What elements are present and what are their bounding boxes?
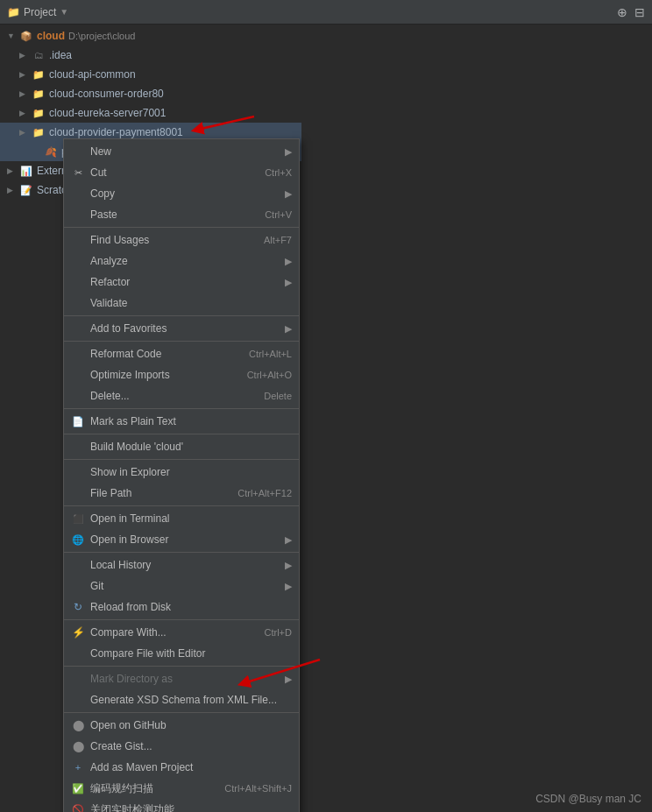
api-common-folder-icon: 📁	[32, 67, 46, 81]
menu-item-cut[interactable]: ✂ Cut Ctrl+X	[64, 162, 299, 183]
menu-item-compare[interactable]: ⚡ Compare With... Ctrl+D	[64, 622, 299, 643]
sep4	[64, 408, 299, 409]
consumer-folder-icon: 📁	[32, 87, 46, 101]
root-folder-icon: 📦	[19, 29, 33, 43]
menu-optimize-label: Optimize Imports	[90, 369, 240, 381]
menu-item-git[interactable]: Git ▶	[64, 575, 299, 597]
compare-shortcut: Ctrl+D	[265, 627, 292, 638]
watermark: CSDN @Busy man JC	[535, 793, 641, 805]
tree-item-consumer[interactable]: ▶ 📁 cloud-consumer-order80	[0, 84, 301, 103]
git-arrow-icon: ▶	[285, 581, 292, 592]
menu-item-file-path[interactable]: File Path Ctrl+Alt+F12	[64, 483, 299, 504]
menu-item-generate-xsd[interactable]: Generate XSD Schema from XML File...	[64, 689, 299, 710]
consumer-label: cloud-consumer-order80	[49, 88, 164, 100]
provider-label: cloud-provider-payment8001	[49, 126, 183, 138]
menu-file-path-label: File Path	[90, 487, 230, 499]
menu-item-github[interactable]: ⬤ Open on GitHub	[64, 715, 299, 736]
menu-paste-label: Paste	[90, 208, 258, 221]
history-icon	[71, 558, 85, 572]
menu-item-paste[interactable]: Paste Ctrl+V	[64, 204, 299, 225]
menu-item-mark-plain[interactable]: 📄 Mark as Plain Text	[64, 411, 299, 432]
mark-dir-icon	[71, 672, 85, 686]
menu-item-reload[interactable]: ↻ Reload from Disk	[64, 597, 299, 618]
menu-item-reformat[interactable]: Reformat Code Ctrl+Alt+L	[64, 343, 299, 364]
explorer-icon	[71, 465, 85, 479]
tree-item-eureka[interactable]: ▶ 📁 cloud-eureka-server7001	[0, 103, 301, 123]
dropdown-arrow-icon[interactable]: ▼	[60, 7, 68, 17]
menu-item-refactor[interactable]: Refactor ▶	[64, 272, 299, 293]
menu-item-find-usages[interactable]: Find Usages Alt+F7	[64, 229, 299, 251]
file-path-icon	[71, 486, 85, 500]
paste-icon	[71, 208, 85, 222]
validate-icon	[71, 296, 85, 310]
copy-icon	[71, 187, 85, 201]
menu-item-validate[interactable]: Validate	[64, 293, 299, 314]
delete-icon	[71, 389, 85, 403]
project-icon: 📁	[7, 6, 20, 18]
analyze-arrow-icon: ▶	[285, 256, 292, 267]
menu-close-realtime-label: 关闭实时检测功能	[90, 802, 292, 813]
idea-label: .idea	[49, 49, 72, 61]
menu-item-close-realtime[interactable]: 🚫 关闭实时检测功能	[64, 799, 299, 812]
api-common-arrow-icon: ▶	[19, 70, 32, 79]
eureka-folder-icon: 📁	[32, 106, 46, 120]
menu-copy-label: Copy	[90, 187, 281, 200]
favorites-icon	[71, 321, 85, 335]
tree-root[interactable]: ▼ 📦 cloud D:\project\cloud	[0, 26, 301, 46]
menu-mark-directory-label: Mark Directory as	[90, 673, 281, 685]
reformat-icon	[71, 347, 85, 361]
menu-item-delete[interactable]: Delete... Delete	[64, 385, 299, 406]
menu-item-compare-editor[interactable]: Compare File with Editor	[64, 643, 299, 664]
menu-item-favorites[interactable]: Add to Favorites ▶	[64, 318, 299, 339]
menu-coding-scan-label: 编码规约扫描	[90, 781, 217, 796]
reload-icon: ↻	[71, 600, 85, 614]
mark-dir-arrow-icon: ▶	[285, 674, 292, 685]
paste-shortcut: Ctrl+V	[265, 209, 292, 220]
sep6	[64, 459, 299, 460]
sep8	[64, 552, 299, 553]
settings-icon[interactable]: ⊕	[617, 5, 627, 19]
reformat-shortcut: Ctrl+Alt+L	[249, 349, 292, 359]
menu-item-add-maven[interactable]: + Add as Maven Project	[64, 757, 299, 778]
context-menu: New ▶ ✂ Cut Ctrl+X Copy ▶ Paste Ctrl+V F…	[63, 138, 300, 812]
menu-validate-label: Validate	[90, 297, 292, 309]
favorites-arrow-icon: ▶	[285, 323, 292, 335]
menu-item-optimize[interactable]: Optimize Imports Ctrl+Alt+O	[64, 364, 299, 385]
menu-build-label: Build Module 'cloud'	[90, 441, 292, 453]
root-label: cloud	[37, 30, 65, 42]
find-shortcut: Alt+F7	[264, 235, 292, 245]
sep11	[64, 712, 299, 713]
menu-item-browser[interactable]: 🌐 Open in Browser ▶	[64, 529, 299, 550]
menu-item-gist[interactable]: ⬤ Create Gist...	[64, 736, 299, 757]
coding-scan-shortcut: Ctrl+Alt+Shift+J	[224, 783, 292, 794]
menu-analyze-label: Analyze	[90, 255, 281, 267]
github-icon: ⬤	[71, 718, 85, 732]
find-icon	[71, 233, 85, 247]
menu-item-terminal[interactable]: ⬛ Open in Terminal	[64, 508, 299, 529]
menu-maven-label: Add as Maven Project	[90, 761, 292, 773]
menu-delete-label: Delete...	[90, 390, 257, 402]
idea-arrow-icon: ▶	[19, 51, 32, 60]
menu-item-new[interactable]: New ▶	[64, 141, 299, 162]
history-arrow-icon: ▶	[285, 560, 292, 571]
menu-item-analyze[interactable]: Analyze ▶	[64, 251, 299, 272]
menu-item-mark-directory[interactable]: Mark Directory as ▶	[64, 668, 299, 689]
menu-item-show-explorer[interactable]: Show in Explorer	[64, 462, 299, 483]
collapse-icon[interactable]: ⊟	[634, 5, 645, 19]
menu-item-copy[interactable]: Copy ▶	[64, 183, 299, 204]
tree-item-api-common[interactable]: ▶ 📁 cloud-api-common	[0, 65, 301, 84]
menu-item-coding-scan[interactable]: ✅ 编码规约扫描 Ctrl+Alt+Shift+J	[64, 778, 299, 799]
menu-terminal-label: Open in Terminal	[90, 512, 292, 525]
consumer-arrow-icon: ▶	[19, 89, 32, 98]
sep10	[64, 666, 299, 667]
sep1	[64, 227, 299, 228]
browser-arrow-icon: ▶	[285, 534, 292, 546]
menu-item-local-history[interactable]: Local History ▶	[64, 554, 299, 575]
cut-shortcut: Ctrl+X	[265, 167, 292, 178]
sep5	[64, 434, 299, 434]
compare-icon: ⚡	[71, 625, 85, 639]
tree-item-idea[interactable]: ▶ 🗂 .idea	[0, 46, 301, 65]
optimize-shortcut: Ctrl+Alt+O	[247, 370, 292, 380]
git-icon	[71, 579, 85, 593]
menu-item-build-module[interactable]: Build Module 'cloud'	[64, 436, 299, 457]
